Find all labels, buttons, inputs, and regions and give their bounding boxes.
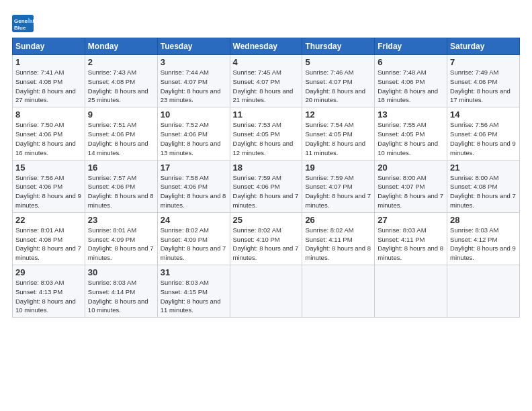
header-cell-wednesday: Wednesday bbox=[230, 38, 302, 55]
day-detail: Sunrise: 8:02 AMSunset: 4:09 PMDaylight:… bbox=[161, 226, 226, 261]
calendar-cell: 28Sunrise: 8:03 AMSunset: 4:12 PMDayligh… bbox=[447, 212, 520, 265]
day-number: 30 bbox=[88, 267, 154, 277]
header-cell-tuesday: Tuesday bbox=[157, 38, 230, 55]
day-detail: Sunrise: 8:01 AMSunset: 4:08 PMDaylight:… bbox=[15, 226, 81, 261]
calendar-cell: 10Sunrise: 7:52 AMSunset: 4:06 PMDayligh… bbox=[157, 107, 230, 160]
day-detail: Sunrise: 7:44 AMSunset: 4:07 PMDaylight:… bbox=[161, 68, 221, 103]
day-detail: Sunrise: 7:58 AMSunset: 4:06 PMDaylight:… bbox=[161, 174, 226, 209]
day-detail: Sunrise: 8:02 AMSunset: 4:10 PMDaylight:… bbox=[233, 226, 299, 261]
day-number: 13 bbox=[378, 109, 444, 120]
day-number: 21 bbox=[450, 163, 517, 173]
svg-text:Blue: Blue bbox=[14, 25, 26, 31]
calendar-cell bbox=[447, 265, 520, 318]
calendar-cell: 27Sunrise: 8:03 AMSunset: 4:11 PMDayligh… bbox=[375, 212, 447, 265]
day-number: 14 bbox=[450, 109, 517, 120]
calendar-cell: 7Sunrise: 7:49 AMSunset: 4:06 PMDaylight… bbox=[447, 55, 520, 107]
week-row-4: 22Sunrise: 8:01 AMSunset: 4:08 PMDayligh… bbox=[13, 212, 520, 265]
calendar-cell: 15Sunrise: 7:56 AMSunset: 4:06 PMDayligh… bbox=[13, 160, 85, 212]
calendar-cell bbox=[230, 265, 302, 318]
day-detail: Sunrise: 7:57 AMSunset: 4:06 PMDaylight:… bbox=[88, 174, 154, 209]
calendar-cell: 19Sunrise: 7:59 AMSunset: 4:07 PMDayligh… bbox=[302, 160, 375, 212]
calendar-cell: 29Sunrise: 8:03 AMSunset: 4:13 PMDayligh… bbox=[13, 265, 85, 318]
calendar-cell: 3Sunrise: 7:44 AMSunset: 4:07 PMDaylight… bbox=[157, 55, 230, 107]
calendar-cell: 5Sunrise: 7:46 AMSunset: 4:07 PMDaylight… bbox=[302, 55, 375, 107]
day-detail: Sunrise: 8:03 AMSunset: 4:12 PMDaylight:… bbox=[450, 226, 516, 261]
day-detail: Sunrise: 7:56 AMSunset: 4:06 PMDaylight:… bbox=[450, 121, 516, 156]
day-number: 26 bbox=[305, 215, 371, 225]
day-detail: Sunrise: 7:49 AMSunset: 4:06 PMDaylight:… bbox=[450, 68, 511, 103]
calendar-cell: 21Sunrise: 8:00 AMSunset: 4:08 PMDayligh… bbox=[447, 160, 520, 212]
day-detail: Sunrise: 7:54 AMSunset: 4:05 PMDaylight:… bbox=[305, 121, 365, 156]
header-cell-monday: Monday bbox=[85, 38, 157, 55]
day-detail: Sunrise: 8:03 AMSunset: 4:14 PMDaylight:… bbox=[88, 279, 148, 314]
day-detail: Sunrise: 7:59 AMSunset: 4:06 PMDaylight:… bbox=[233, 174, 299, 209]
day-detail: Sunrise: 7:41 AMSunset: 4:08 PMDaylight:… bbox=[15, 68, 76, 103]
day-number: 8 bbox=[15, 109, 82, 120]
calendar-cell: 18Sunrise: 7:59 AMSunset: 4:06 PMDayligh… bbox=[230, 160, 302, 212]
day-number: 20 bbox=[378, 163, 444, 173]
header-cell-thursday: Thursday bbox=[302, 38, 375, 55]
day-number: 27 bbox=[378, 215, 444, 225]
day-number: 23 bbox=[88, 215, 154, 225]
day-number: 25 bbox=[233, 215, 300, 225]
day-number: 11 bbox=[233, 109, 300, 120]
day-number: 19 bbox=[305, 163, 371, 173]
header-cell-sunday: Sunday bbox=[13, 38, 85, 55]
calendar-cell: 22Sunrise: 8:01 AMSunset: 4:08 PMDayligh… bbox=[13, 212, 85, 265]
week-row-5: 29Sunrise: 8:03 AMSunset: 4:13 PMDayligh… bbox=[13, 265, 520, 318]
day-number: 31 bbox=[161, 267, 227, 277]
day-number: 17 bbox=[161, 163, 227, 173]
day-detail: Sunrise: 7:56 AMSunset: 4:06 PMDaylight:… bbox=[15, 174, 81, 209]
header-row: SundayMondayTuesdayWednesdayThursdayFrid… bbox=[13, 38, 520, 55]
day-detail: Sunrise: 7:50 AMSunset: 4:06 PMDaylight:… bbox=[15, 121, 76, 156]
day-number: 29 bbox=[15, 267, 82, 277]
day-number: 2 bbox=[88, 57, 154, 67]
week-row-2: 8Sunrise: 7:50 AMSunset: 4:06 PMDaylight… bbox=[13, 107, 520, 160]
calendar-cell: 24Sunrise: 8:02 AMSunset: 4:09 PMDayligh… bbox=[157, 212, 230, 265]
day-number: 7 bbox=[450, 57, 517, 67]
day-number: 5 bbox=[305, 57, 371, 67]
calendar-cell: 4Sunrise: 7:45 AMSunset: 4:07 PMDaylight… bbox=[230, 55, 302, 107]
day-detail: Sunrise: 7:51 AMSunset: 4:06 PMDaylight:… bbox=[88, 121, 148, 156]
day-number: 18 bbox=[233, 163, 300, 173]
day-detail: Sunrise: 7:48 AMSunset: 4:06 PMDaylight:… bbox=[378, 68, 438, 103]
day-detail: Sunrise: 7:59 AMSunset: 4:07 PMDaylight:… bbox=[305, 174, 371, 209]
day-number: 16 bbox=[88, 163, 154, 173]
calendar-table: SundayMondayTuesdayWednesdayThursdayFrid… bbox=[12, 38, 520, 318]
day-number: 15 bbox=[15, 163, 82, 173]
day-number: 4 bbox=[233, 57, 300, 67]
day-detail: Sunrise: 7:53 AMSunset: 4:05 PMDaylight:… bbox=[233, 121, 294, 156]
header-cell-saturday: Saturday bbox=[447, 38, 520, 55]
calendar-cell: 25Sunrise: 8:02 AMSunset: 4:10 PMDayligh… bbox=[230, 212, 302, 265]
calendar-cell: 6Sunrise: 7:48 AMSunset: 4:06 PMDaylight… bbox=[375, 55, 447, 107]
calendar-cell: 8Sunrise: 7:50 AMSunset: 4:06 PMDaylight… bbox=[13, 107, 85, 160]
day-number: 9 bbox=[88, 109, 154, 120]
calendar-cell: 9Sunrise: 7:51 AMSunset: 4:06 PMDaylight… bbox=[85, 107, 157, 160]
calendar-cell: 26Sunrise: 8:02 AMSunset: 4:11 PMDayligh… bbox=[302, 212, 375, 265]
logo-icon: General Blue bbox=[12, 15, 34, 32]
page: General Blue SundayMondayTuesdayWednesda… bbox=[0, 0, 532, 324]
day-detail: Sunrise: 7:43 AMSunset: 4:08 PMDaylight:… bbox=[88, 68, 148, 103]
day-detail: Sunrise: 8:03 AMSunset: 4:11 PMDaylight:… bbox=[378, 226, 443, 261]
calendar-cell bbox=[375, 265, 447, 318]
calendar-cell: 30Sunrise: 8:03 AMSunset: 4:14 PMDayligh… bbox=[85, 265, 157, 318]
day-number: 28 bbox=[450, 215, 517, 225]
day-number: 10 bbox=[161, 109, 227, 120]
calendar-cell: 16Sunrise: 7:57 AMSunset: 4:06 PMDayligh… bbox=[85, 160, 157, 212]
logo: General Blue bbox=[12, 15, 36, 32]
day-detail: Sunrise: 8:01 AMSunset: 4:09 PMDaylight:… bbox=[88, 226, 154, 261]
day-number: 24 bbox=[161, 215, 227, 225]
day-detail: Sunrise: 8:00 AMSunset: 4:08 PMDaylight:… bbox=[450, 174, 516, 209]
day-detail: Sunrise: 8:03 AMSunset: 4:15 PMDaylight:… bbox=[161, 279, 221, 314]
calendar-cell: 31Sunrise: 8:03 AMSunset: 4:15 PMDayligh… bbox=[157, 265, 230, 318]
calendar-cell: 23Sunrise: 8:01 AMSunset: 4:09 PMDayligh… bbox=[85, 212, 157, 265]
header-cell-friday: Friday bbox=[375, 38, 447, 55]
calendar-cell: 17Sunrise: 7:58 AMSunset: 4:06 PMDayligh… bbox=[157, 160, 230, 212]
calendar-cell: 1Sunrise: 7:41 AMSunset: 4:08 PMDaylight… bbox=[13, 55, 85, 107]
day-detail: Sunrise: 7:46 AMSunset: 4:07 PMDaylight:… bbox=[305, 68, 365, 103]
day-number: 12 bbox=[305, 109, 371, 120]
day-detail: Sunrise: 8:02 AMSunset: 4:11 PMDaylight:… bbox=[305, 226, 371, 261]
day-detail: Sunrise: 8:00 AMSunset: 4:07 PMDaylight:… bbox=[378, 174, 443, 209]
calendar-cell: 13Sunrise: 7:55 AMSunset: 4:05 PMDayligh… bbox=[375, 107, 447, 160]
day-number: 22 bbox=[15, 215, 82, 225]
